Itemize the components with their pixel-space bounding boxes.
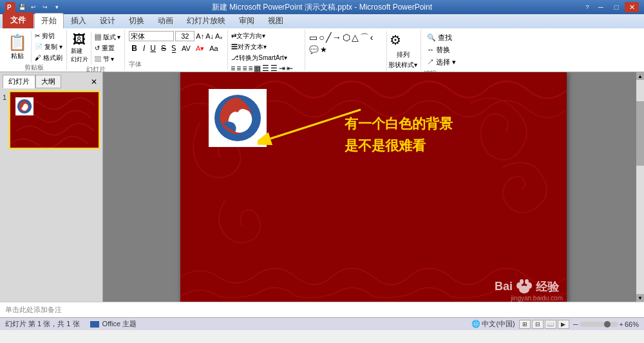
strikethrough-btn[interactable]: S [159,43,168,54]
canvas-area[interactable]: 有一个白色的背景 是不是很难看 Bai 经验 jing [103,72,644,302]
arrange-btn[interactable]: ⚙ [388,31,417,49]
tab-outline[interactable]: 大纲 [35,75,61,88]
theme-name: Office 主题 [102,320,137,328]
zoom-in-btn[interactable]: + [620,320,623,328]
align-text-btn[interactable]: ☰对齐文本▾ [231,42,267,52]
font-size-input[interactable] [175,31,194,41]
align-center-btn[interactable]: ≡ [236,64,241,73]
restore-btn[interactable]: □ [609,2,623,12]
title-bar: P 💾 ↩ ↪ ▾ 新建 Microsoft PowerPoint 演示文稿.p… [0,0,644,14]
tab-transitions[interactable]: 切换 [122,14,151,28]
minimize-btn[interactable]: ─ [594,2,608,12]
save-quick-btn[interactable]: 💾 [17,2,27,12]
slideshow-view-btn[interactable]: ▶ [558,320,569,329]
font-color2-btn[interactable]: Aa [207,44,220,53]
format-painter-btn[interactable]: 🖌 格式刷 [33,53,64,63]
outdent-btn[interactable]: ⇤ [287,64,293,73]
arrange-label: 排列 [388,50,417,59]
justify-btn[interactable]: ≡ [248,64,252,73]
shape-circle-btn[interactable]: ○ [319,32,324,44]
font-name-input[interactable] [129,31,174,41]
shape-arrow-btn[interactable]: → [332,32,341,44]
baidu-watermark: Bai 经验 [495,278,559,295]
tab-view[interactable]: 视图 [261,14,290,28]
tab-file[interactable]: 文件 [3,12,33,28]
close-btn[interactable]: ✕ [625,2,639,12]
svg-point-9 [520,279,524,284]
cut-btn[interactable]: ✂ 剪切 [33,31,64,41]
tab-design[interactable]: 设计 [93,14,122,28]
replace-btn[interactable]: ↔ 替换 [425,44,469,55]
italic-btn[interactable]: I [141,43,147,54]
increase-font-btn[interactable]: A↑ [196,32,204,40]
tab-animations[interactable]: 动画 [151,14,180,28]
decrease-font-btn[interactable]: A↓ [205,32,214,40]
underline-btn[interactable]: U [148,43,158,54]
smartart-btn[interactable]: ⎇转换为SmartArt▾ [231,53,287,63]
slide-panel-header: 幻灯片 大纲 ✕ [3,75,100,88]
slidesorter-view-btn[interactable]: ⊟ [532,320,544,329]
section-btn[interactable]: ▤ 节 ▾ [93,54,122,64]
scroll-down-btn[interactable]: ▼ [636,294,644,302]
text-direction-btn[interactable]: ⇄文字方向▾ [231,31,266,41]
tab-review[interactable]: 审阅 [232,14,261,28]
zoom-thumb[interactable] [604,321,611,328]
ribbon-tabs: 文件 开始 插入 设计 切换 动画 幻灯片放映 审阅 视图 [0,14,644,28]
tab-insert[interactable]: 插入 [64,14,93,28]
indent-btn[interactable]: ⇥ [279,64,285,73]
scroll-thumb[interactable] [636,101,644,166]
tab-slides[interactable]: 幻灯片 [3,75,35,88]
slide-canvas[interactable]: 有一个白色的背景 是不是很难看 Bai 经验 jing [180,72,567,302]
copy-btn[interactable]: 📄 复制 ▾ [33,42,64,52]
shape-curve-btn[interactable]: ⌒ [360,32,369,44]
shape-chevron-btn[interactable]: ‹ [370,32,374,44]
find-btn[interactable]: 🔍 查找 [425,32,469,43]
shape-callout-btn[interactable]: 💬 [309,45,319,54]
tab-home[interactable]: 开始 [34,13,64,28]
slide-number-1: 1 [3,93,6,101]
title-bar-left: P 💾 ↩ ↪ ▾ [5,2,62,12]
shape-star-btn[interactable]: ★ [320,45,327,54]
scroll-up-btn[interactable]: ▲ [636,72,644,80]
reset-btn[interactable]: ↺ 重置 [93,43,122,54]
align-left-btn[interactable]: ≡ [231,64,235,73]
paste-btn[interactable]: 📋 粘贴 [5,32,30,62]
quick-access-toolbar: P 💾 ↩ ↪ ▾ [5,2,62,12]
redo-quick-btn[interactable]: ↪ [40,2,50,12]
help-btn[interactable]: ? [582,2,592,12]
font-color-btn[interactable]: A▾ [194,44,206,54]
dropdown-arrow[interactable]: ▾ [52,2,62,12]
undo-quick-btn[interactable]: ↩ [28,2,39,12]
language-indicator: 🌐 中文(中国) [471,319,515,329]
layout-btn[interactable]: ▦ 版式 ▾ [93,32,122,43]
shape-more-btn[interactable]: ⬡ [343,32,350,44]
baidu-url: jingyan.baidu.com [511,295,563,302]
reading-view-btn[interactable]: 📖 [545,320,556,329]
col-btn[interactable]: ▦ [254,64,261,73]
list-btn[interactable]: ☰ [262,64,269,73]
new-slide-btn[interactable]: 🖼 新建幻灯片 [70,31,90,65]
vertical-scrollbar[interactable]: ▲ ▼ [636,72,644,302]
shadow-btn[interactable]: S̲ [169,43,178,54]
select-btn[interactable]: ↗ 选择 ▾ [425,57,469,68]
panel-close-btn[interactable]: ✕ [88,77,100,86]
shape-line-btn[interactable]: ╱ [326,32,331,44]
tab-slideshow[interactable]: 幻灯片放映 [180,14,232,28]
normal-view-btn[interactable]: ⊞ [519,320,531,329]
shape-rect-btn[interactable]: ▭ [309,32,317,44]
zoom-slider[interactable] [580,322,618,327]
slide-thumbnail-1[interactable] [9,91,100,149]
align-right-btn[interactable]: ≡ [242,64,247,73]
clear-format-btn[interactable]: Aₓ [215,32,223,41]
slide-panel: 幻灯片 大纲 ✕ 1 [0,72,103,302]
airline-logo [212,92,263,144]
view-buttons: ⊞ ⊟ 📖 ▶ [519,320,569,329]
shape-tri-btn[interactable]: △ [352,32,359,44]
zoom-out-btn[interactable]: ─ [573,320,578,328]
svg-point-10 [525,279,529,284]
spacing-btn[interactable]: AV [180,44,193,53]
num-list-btn[interactable]: ☰ [270,64,278,73]
bold-btn[interactable]: B [129,43,140,54]
note-area[interactable]: 单击此处添加备注 [0,302,644,317]
quick-styles-btn[interactable]: 形状样式▾ [388,61,417,70]
